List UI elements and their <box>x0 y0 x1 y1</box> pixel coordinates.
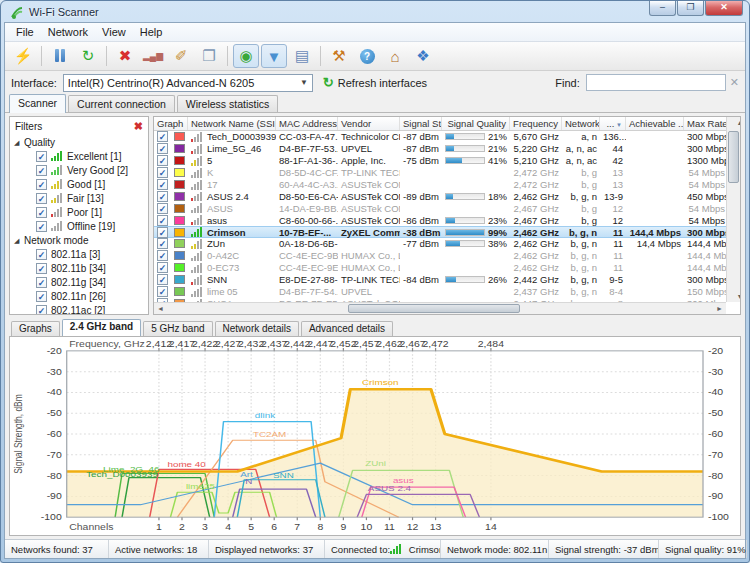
column-header[interactable]: MAC Address... <box>276 117 338 130</box>
scroll-up-icon[interactable]: ▲ <box>734 119 742 126</box>
filter-item[interactable]: ✓802.11a [3] <box>14 247 148 261</box>
help-button[interactable]: ? <box>354 44 380 68</box>
band-tab-2.4-ghz-band[interactable]: 2.4 GHz band <box>62 319 141 336</box>
scroll-left-icon[interactable]: ◄ <box>157 305 164 312</box>
band-tab-network-details[interactable]: Network details <box>215 321 299 336</box>
record-wifi-button[interactable]: ◉ <box>233 44 259 68</box>
checkbox[interactable]: ✓ <box>157 143 168 154</box>
collapse-icon[interactable]: ◢ <box>14 237 24 245</box>
checkbox[interactable]: ✓ <box>36 221 47 232</box>
column-header[interactable]: Signal Quality <box>442 117 510 130</box>
band-tab-graphs[interactable]: Graphs <box>11 321 60 336</box>
checkbox[interactable]: ✓ <box>157 238 168 249</box>
menu-file[interactable]: File <box>9 24 41 40</box>
table-row[interactable]: ✓SNNE8-DE-27-88-...TP-LINK TECH...-84 dB… <box>154 274 726 286</box>
table-row[interactable]: ✓0-A42CCC-4E-EC-9B...HUMAX Co., Ltd.2,46… <box>154 250 726 262</box>
filter-item[interactable]: ✓802.11g [34] <box>14 275 148 289</box>
column-header[interactable]: Graph <box>154 117 188 130</box>
table-row[interactable]: ✓0-EC73CC-4E-EC-9E...HUMAX Co., Ltd.2,46… <box>154 262 726 274</box>
column-header[interactable]: Achievable ... <box>626 117 684 130</box>
remove-signal-button[interactable]: ▂▄▆ <box>140 44 166 68</box>
vertical-scroll-thumb[interactable] <box>728 131 739 183</box>
filter-item[interactable]: ✓Good [1] <box>14 177 148 191</box>
menu-view[interactable]: View <box>95 24 133 40</box>
checkbox[interactable]: ✓ <box>36 277 47 288</box>
clean-button[interactable]: ✐ <box>168 44 194 68</box>
refresh-button[interactable]: ↻ <box>75 44 101 68</box>
filter-item[interactable]: ✓Poor [1] <box>14 205 148 219</box>
minimize-button[interactable]: – <box>649 1 676 16</box>
table-row[interactable]: ✓KD8-5D-4C-CF...TP-LINK TECH...2,472 GHz… <box>154 167 726 179</box>
checkbox[interactable]: ✓ <box>157 131 168 142</box>
tab-current-connection[interactable]: Current connection <box>68 95 175 112</box>
filter-item[interactable]: ✓Excellent [1] <box>14 149 148 163</box>
band-tab-5-ghz-band[interactable]: 5 GHz band <box>143 321 212 336</box>
filter-item[interactable]: ✓802.11ac [2] <box>14 303 148 314</box>
checkbox[interactable]: ✓ <box>36 151 47 162</box>
clear-button[interactable]: ✖ <box>112 44 138 68</box>
checkbox[interactable]: ✓ <box>157 274 168 285</box>
column-header[interactable]: Network ... <box>562 117 600 130</box>
horizontal-scrollbar[interactable]: ◄ ► <box>154 302 726 314</box>
table-row[interactable]: ✓Crimson10-7B-EF-...ZyXEL Comm...-38 dBm… <box>154 226 726 238</box>
table-row[interactable]: ✓ZUn0A-18-D6-6B-...-77 dBm38%2,462 GHzb,… <box>154 238 726 250</box>
close-filters-icon[interactable]: ✖ <box>134 120 143 133</box>
disconnect-button[interactable]: ⚡ <box>10 44 36 68</box>
settings-button[interactable]: ⚒ <box>326 44 352 68</box>
column-header[interactable]: Vendor <box>338 117 400 130</box>
table-row[interactable]: ✓ASUS 2.4D8-50-E6-CA-...ASUSTek COM...-8… <box>154 190 726 202</box>
table-row[interactable]: ✓588-1F-A1-36-...Apple, Inc.-75 dBm41%5,… <box>154 155 726 167</box>
maximize-button[interactable]: ❐ <box>677 1 704 16</box>
export-button[interactable]: ❐ <box>196 44 222 68</box>
horizontal-scroll-thumb[interactable] <box>348 304 520 313</box>
table-row[interactable]: ✓Tech_D0003939CC-03-FA-47...Technicolor … <box>154 131 726 143</box>
vertical-scrollbar[interactable]: ▲ ▼ <box>726 117 740 302</box>
checkbox[interactable]: ✓ <box>36 179 47 190</box>
checkbox[interactable]: ✓ <box>36 207 47 218</box>
table-row[interactable]: ✓asusC8-60-00-66-...ASUSTek COM...-86 dB… <box>154 214 726 226</box>
about-button[interactable]: ❖ <box>410 44 436 68</box>
table-row[interactable]: ✓1760-A4-4C-A3...ASUSTek COM...2,472 GHz… <box>154 179 726 191</box>
band-tab-advanced-details[interactable]: Advanced details <box>301 321 393 336</box>
table-row[interactable]: ✓Lime_5G_46D4-BF-7F-53...UPVEL-87 dBm21%… <box>154 143 726 155</box>
refresh-interfaces-button[interactable]: ↻ Refresh interfaces <box>323 75 427 90</box>
column-header[interactable]: Frequency <box>510 117 562 130</box>
checkbox[interactable]: ✓ <box>36 193 47 204</box>
tab-scanner[interactable]: Scanner <box>9 94 66 113</box>
filter-item[interactable]: ✓Very Good [2] <box>14 163 148 177</box>
checkbox[interactable]: ✓ <box>157 179 168 190</box>
menu-help[interactable]: Help <box>133 24 170 40</box>
journal-button[interactable]: ▤ <box>289 44 315 68</box>
home-button[interactable]: ⌂ <box>382 44 408 68</box>
menu-network[interactable]: Network <box>41 24 95 40</box>
close-button[interactable]: ✕ <box>705 1 743 16</box>
filter-item[interactable]: ✓802.11b [34] <box>14 261 148 275</box>
checkbox[interactable]: ✓ <box>36 249 47 260</box>
column-header[interactable]: ... ▼ <box>600 117 626 130</box>
checkbox[interactable]: ✓ <box>36 305 47 315</box>
clear-find-icon[interactable]: ✕ <box>730 76 739 89</box>
collapse-icon[interactable]: ◢ <box>14 139 24 147</box>
checkbox[interactable]: ✓ <box>157 155 168 166</box>
checkbox[interactable]: ✓ <box>157 191 168 202</box>
scroll-down-icon[interactable]: ▼ <box>734 293 742 300</box>
checkbox[interactable]: ✓ <box>36 263 47 274</box>
filter-item[interactable]: ✓Offline [19] <box>14 219 148 233</box>
checkbox[interactable]: ✓ <box>157 203 168 214</box>
table-row[interactable]: ✓ASUS14-DA-E9-BB...ASUSTek COM...2,467 G… <box>154 202 726 214</box>
filter-button[interactable]: ▼ <box>261 44 287 68</box>
find-input[interactable] <box>586 74 726 91</box>
checkbox[interactable]: ✓ <box>36 291 47 302</box>
tab-wireless-statistics[interactable]: Wireless statistics <box>177 95 278 112</box>
checkbox[interactable]: ✓ <box>157 215 168 226</box>
checkbox[interactable]: ✓ <box>157 286 168 297</box>
checkbox[interactable]: ✓ <box>36 165 47 176</box>
checkbox[interactable]: ✓ <box>157 227 168 238</box>
checkbox[interactable]: ✓ <box>157 167 168 178</box>
checkbox[interactable]: ✓ <box>157 250 168 261</box>
column-header[interactable]: Network Name (SSID) <box>188 117 276 130</box>
scroll-right-icon[interactable]: ► <box>716 305 723 312</box>
table-row[interactable]: ✓lime 05D4-BF-7F-54...UPVEL2,437 GHzb, g… <box>154 286 726 298</box>
filter-item[interactable]: ✓802.11n [26] <box>14 289 148 303</box>
column-header[interactable]: Signal Str... <box>400 117 442 130</box>
